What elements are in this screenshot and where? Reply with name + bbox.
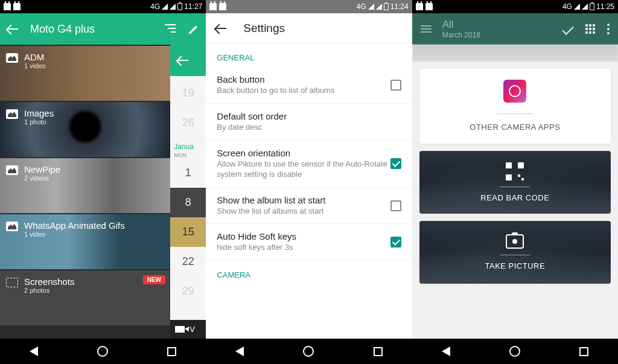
setting-title: Auto Hide Soft keys xyxy=(217,231,390,241)
calendar-day[interactable]: 15 xyxy=(170,217,206,247)
signal-icon xyxy=(368,4,374,10)
page-title: All xyxy=(442,19,562,31)
signal-icon xyxy=(170,4,176,10)
section-header-general: GENERAL xyxy=(206,43,412,67)
video-icon xyxy=(175,326,185,333)
setting-auto-hide-softkeys[interactable]: Auto Hide Soft keyshide soft keys after … xyxy=(206,224,412,261)
setting-title: Default sort order xyxy=(217,111,401,121)
network-label: 4G xyxy=(562,2,572,11)
status-bar: 4G 11:25 xyxy=(412,0,618,13)
calendar-day[interactable]: 29 xyxy=(170,276,206,306)
nav-back-icon[interactable] xyxy=(30,346,38,356)
album-item[interactable]: ADM1 video xyxy=(0,46,170,101)
checkbox[interactable] xyxy=(390,200,401,211)
folder-icon xyxy=(6,222,18,231)
nav-recent-icon[interactable] xyxy=(374,347,383,356)
album-list[interactable]: ADM1 video Images1 photo NewPipe2 videos… xyxy=(0,45,170,339)
nav-home-icon[interactable] xyxy=(97,346,108,357)
nav-home-icon[interactable] xyxy=(303,346,314,357)
settings-header: Settings xyxy=(206,13,412,43)
signal-icon xyxy=(582,4,588,10)
setting-album-list-start[interactable]: Show the album list at startShow the lis… xyxy=(206,188,412,225)
calendar-dow: MON xyxy=(170,152,206,158)
camera-icon xyxy=(506,234,524,249)
nav-bar xyxy=(206,339,412,364)
setting-subtitle: hide soft keys after 3s xyxy=(217,243,390,253)
album-item[interactable]: NewPipe2 videos xyxy=(0,158,170,213)
status-bar: 4G 11:27 xyxy=(0,0,206,13)
checkbox[interactable] xyxy=(390,237,401,247)
signal-icon xyxy=(376,4,382,10)
back-icon[interactable] xyxy=(177,60,188,61)
calendar-day[interactable]: 19 xyxy=(170,78,206,108)
notification-icon xyxy=(425,3,433,10)
notification-icon xyxy=(4,3,11,10)
notification-icon xyxy=(209,3,217,10)
album-item[interactable]: Images1 photo xyxy=(0,102,170,157)
album-count: 2 photos xyxy=(24,287,74,294)
divider xyxy=(500,255,530,255)
signal-icon xyxy=(574,4,580,10)
nav-home-icon[interactable] xyxy=(509,346,520,357)
barcode-tile[interactable]: READ BAR CODE xyxy=(419,151,611,214)
calendar-month: Janua xyxy=(170,138,206,152)
album-name: Images xyxy=(24,108,54,118)
calendar-day[interactable]: 22 xyxy=(170,247,206,276)
tile-label: TAKE PICTURE xyxy=(485,261,545,270)
clock: 11:27 xyxy=(184,2,202,11)
network-label: 4G xyxy=(150,2,160,11)
back-icon[interactable] xyxy=(215,28,226,29)
album-name: NewPipe xyxy=(24,164,60,174)
notification-icon xyxy=(416,3,423,10)
nav-back-icon[interactable] xyxy=(235,346,244,356)
nav-recent-icon[interactable] xyxy=(579,347,588,356)
tile-label: READ BAR CODE xyxy=(480,193,549,202)
calendar-day[interactable]: 1 xyxy=(170,158,206,188)
divider xyxy=(497,113,533,114)
setting-title: Back button xyxy=(217,74,390,85)
take-picture-tile[interactable]: TAKE PICTURE xyxy=(419,221,611,284)
setting-subtitle: Show the list of albums at start xyxy=(217,206,390,217)
edit-icon[interactable] xyxy=(189,24,199,34)
screen-settings: 4G 11:24 Settings GENERAL Back buttonBac… xyxy=(206,0,412,364)
calendar-day[interactable]: 26 xyxy=(170,108,206,138)
screen-albums: 4G 11:27 Moto G4 plus ADM1 video Images1… xyxy=(0,0,206,364)
setting-subtitle: By date desc xyxy=(217,123,401,133)
network-label: 4G xyxy=(357,2,366,11)
notification-icon xyxy=(219,3,226,10)
check-icon[interactable] xyxy=(562,23,574,35)
page-subtitle: March 2018 xyxy=(442,31,562,39)
menu-icon[interactable] xyxy=(421,25,432,33)
album-name: WhatsApp Animated Gifs xyxy=(24,220,125,231)
checkbox[interactable] xyxy=(390,80,401,91)
setting-screen-orientation[interactable]: Screen orientationAllow Pikture to use t… xyxy=(206,141,412,188)
app-icon xyxy=(503,80,526,103)
setting-title: Screen orientation xyxy=(217,148,390,158)
app-bar: Moto G4 plus xyxy=(0,13,206,45)
setting-back-button[interactable]: Back buttonBack button to go to list of … xyxy=(206,67,412,104)
video-bar[interactable]: V xyxy=(170,320,206,339)
calendar-panel[interactable]: 19 26 Janua MON 1 8 15 22 29 V xyxy=(170,45,206,339)
card-label: OTHER CAMERA APPS xyxy=(425,123,605,132)
nav-back-icon[interactable] xyxy=(442,346,450,356)
checkbox[interactable] xyxy=(390,158,401,169)
album-item[interactable]: Screenshots2 photos NEW xyxy=(0,270,170,325)
grid-icon[interactable] xyxy=(585,24,595,34)
album-count: 1 photo xyxy=(24,118,54,126)
folder-icon xyxy=(6,278,18,287)
sort-icon[interactable] xyxy=(165,24,176,33)
nav-bar xyxy=(412,339,618,364)
nav-recent-icon[interactable] xyxy=(167,347,176,356)
album-item[interactable]: WhatsApp Animated Gifs1 video xyxy=(0,214,170,269)
calendar-day[interactable]: 8 xyxy=(170,188,206,217)
folder-icon xyxy=(6,165,18,175)
overflow-icon[interactable] xyxy=(607,24,610,34)
clock: 11:25 xyxy=(596,2,614,11)
battery-icon xyxy=(177,3,182,10)
other-apps-card[interactable]: OTHER CAMERA APPS xyxy=(419,69,611,144)
page-title: Moto G4 plus xyxy=(30,23,165,36)
section-header-camera: CAMERA xyxy=(206,261,412,284)
setting-sort-order[interactable]: Default sort orderBy date desc xyxy=(206,104,412,141)
qr-icon xyxy=(506,162,524,180)
back-icon[interactable] xyxy=(7,28,18,30)
